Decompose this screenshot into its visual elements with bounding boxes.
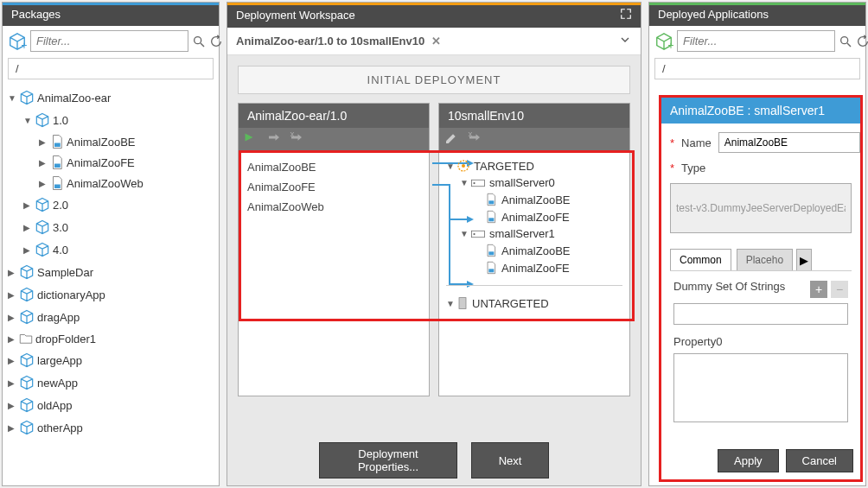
deployed-filter-input[interactable] (677, 30, 835, 52)
edit-icon[interactable] (444, 131, 462, 147)
arrow-right-icon[interactable] (266, 131, 284, 147)
targeted-group[interactable]: ▼ TARGETED (446, 157, 622, 174)
tree-item[interactable]: ▶newApp (4, 371, 217, 394)
source-toolbar: x (239, 128, 429, 150)
expand-arrow-icon[interactable]: ▶ (8, 378, 18, 388)
source-item[interactable]: AnimalZooFE (246, 177, 422, 197)
tree-item[interactable]: ▶ AnimalZooFE (4, 152, 217, 173)
svg-point-20 (841, 36, 848, 43)
packages-header: Packages (3, 3, 219, 26)
collapse-arrow-icon[interactable]: ▼ (460, 229, 470, 238)
packages-path[interactable]: / (8, 58, 214, 79)
package-add-icon[interactable]: + (8, 31, 27, 52)
expand-arrow-icon[interactable]: ▶ (39, 158, 49, 168)
search-icon[interactable] (839, 32, 852, 51)
cube-icon (18, 89, 35, 106)
cube-icon (34, 111, 51, 129)
workspace-tab[interactable]: AnimalZoo-ear/1.0 to 10smallEnv10 ✕ (236, 35, 441, 48)
svg-line-21 (847, 43, 851, 47)
workspace-header: Deployment Workspace (227, 3, 641, 28)
expand-arrow-icon[interactable]: ▶ (23, 200, 34, 210)
expand-arrow-icon[interactable]: ▶ (23, 245, 34, 255)
arrow-cross-icon[interactable]: x (467, 131, 484, 147)
deployed-item[interactable]: AnimalZooBE (446, 242, 622, 259)
tree-item-version[interactable]: ▼ 1.0 (4, 109, 217, 131)
expand-arrow-icon[interactable]: ▶ (39, 137, 49, 147)
server-node[interactable]: ▼smallServer0 (446, 174, 622, 191)
tree-item[interactable]: ▶otherApp (4, 416, 217, 439)
deployed-item[interactable]: AnimalZooFE (446, 259, 622, 276)
deploy-arrow-icon[interactable] (244, 131, 261, 147)
plus-minus-controls: + − (810, 281, 848, 298)
collapse-arrow-icon[interactable]: ▼ (8, 93, 18, 103)
cube-icon (34, 196, 51, 213)
expand-arrow-icon[interactable]: ▶ (8, 356, 18, 365)
deployed-path[interactable]: / (654, 58, 860, 79)
collapse-arrow-icon[interactable]: ▼ (446, 299, 456, 308)
property0-textarea[interactable] (673, 353, 848, 422)
expand-arrow-icon[interactable]: ▶ (8, 423, 18, 433)
expand-arrow-icon[interactable]: ▶ (8, 334, 18, 344)
file-icon (49, 175, 65, 191)
tab-common[interactable]: Common (670, 249, 731, 271)
tree-item[interactable]: ▶ AnimalZooWeb (4, 173, 217, 193)
untargeted-icon (456, 296, 469, 310)
tree-item-root[interactable]: ▼ AnimalZoo-ear (4, 86, 217, 109)
svg-rect-16 (488, 251, 494, 255)
tree-item[interactable]: ▶SampleDar (4, 261, 217, 283)
tree-item[interactable]: ▶dictionaryApp (4, 283, 217, 306)
collapse-arrow-icon[interactable]: ▼ (446, 162, 456, 171)
packages-filter-input[interactable] (30, 30, 188, 52)
tree-item-version[interactable]: ▶4.0 (4, 238, 217, 261)
collapse-arrow-icon[interactable]: ▼ (23, 116, 34, 125)
expand-arrow-icon[interactable]: ▶ (8, 290, 18, 300)
cube-icon (18, 419, 35, 436)
workspace-title: Deployment Workspace (236, 9, 355, 22)
deployed-item[interactable]: AnimalZooBE (446, 191, 622, 208)
expand-arrow-icon[interactable]: ▶ (8, 268, 18, 277)
tree-item[interactable]: ▶dragApp (4, 306, 217, 328)
expand-arrow-icon[interactable]: ▶ (23, 223, 34, 232)
deployed-item[interactable]: AnimalZooFE (446, 208, 622, 225)
search-icon[interactable] (192, 32, 206, 51)
cube-icon (34, 241, 51, 258)
next-button[interactable]: Next (471, 442, 549, 478)
tree-item[interactable]: ▶ AnimalZooBE (4, 131, 217, 152)
expand-arrow-icon[interactable]: ▶ (39, 179, 49, 188)
cancel-button[interactable]: Cancel (786, 449, 853, 472)
collapse-arrow-icon[interactable]: ▼ (460, 178, 470, 187)
arrow-cross-icon[interactable]: x (289, 131, 306, 147)
tab-placeholders[interactable]: Placeho (737, 249, 793, 271)
deployment-properties-button[interactable]: Deployment Properties... (319, 442, 457, 478)
tree-item[interactable]: ▶dropFolder1 (4, 328, 217, 349)
tree-item[interactable]: ▶largeApp (4, 349, 217, 371)
cube-icon (18, 286, 35, 303)
expand-arrow-icon[interactable]: ▶ (8, 313, 18, 322)
chevron-down-icon[interactable] (618, 33, 632, 49)
detail-tabs: Common Placeho ▶ (670, 249, 852, 271)
refresh-icon[interactable] (209, 32, 223, 51)
dummy-strings-input[interactable] (673, 303, 848, 325)
tree-item[interactable]: ▶oldApp (4, 394, 217, 416)
target-column: 10smallEnv10 x ▼ TARGETED ▼smallServer0 … (438, 103, 630, 396)
maximize-icon[interactable] (620, 8, 632, 22)
svg-point-11 (473, 181, 475, 183)
name-input[interactable] (718, 132, 860, 153)
tree-item-version[interactable]: ▶3.0 (4, 216, 217, 238)
tree-item-version[interactable]: ▶2.0 (4, 193, 217, 216)
svg-rect-17 (488, 269, 494, 272)
apply-button[interactable]: Apply (718, 449, 779, 472)
untargeted-group[interactable]: ▼ UNTARGETED (446, 295, 622, 312)
refresh-icon[interactable] (856, 32, 868, 51)
server-node[interactable]: ▼smallServer1 (446, 225, 622, 242)
close-tab-icon[interactable]: ✕ (431, 35, 441, 48)
add-button[interactable]: + (810, 281, 827, 298)
source-item[interactable]: AnimalZooBE (246, 157, 422, 177)
package-add-icon[interactable]: + (654, 31, 673, 52)
target-content: ▼ TARGETED ▼smallServer0 AnimalZooBE Ani… (439, 150, 629, 396)
source-item-selected[interactable]: AnimalZooWeb (246, 197, 422, 217)
svg-point-1 (195, 36, 201, 43)
expand-arrow-icon[interactable]: ▶ (8, 401, 18, 410)
tab-more-icon[interactable]: ▶ (796, 249, 812, 271)
packages-title: Packages (11, 8, 61, 21)
